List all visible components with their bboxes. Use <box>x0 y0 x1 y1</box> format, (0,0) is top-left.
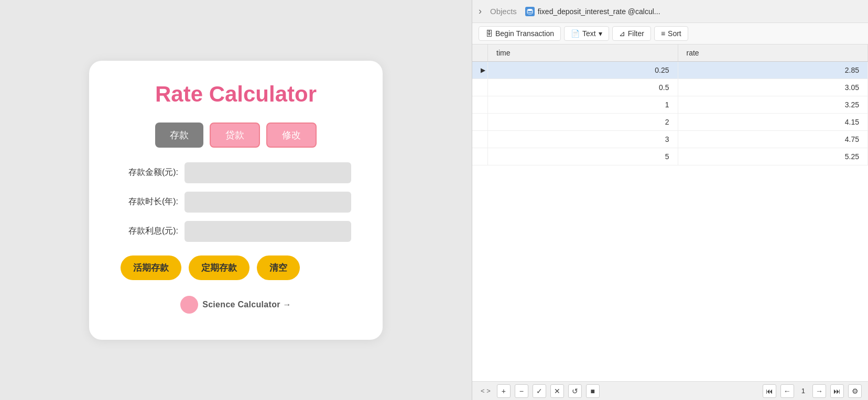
demand-deposit-btn[interactable]: 活期存款 <box>121 255 181 280</box>
next-page-btn[interactable]: → <box>812 384 826 398</box>
table-row[interactable]: 24.15 <box>472 114 868 131</box>
prev-page-btn[interactable]: ← <box>780 384 794 398</box>
row-indicator: ▶ <box>472 62 488 79</box>
begin-transaction-label: Begin Transaction <box>495 29 554 38</box>
clear-btn[interactable]: 清空 <box>257 255 300 280</box>
last-page-btn[interactable]: ⏭ <box>830 384 844 398</box>
filter-label: Filter <box>628 29 644 38</box>
row-indicator <box>472 148 488 165</box>
toolbar-row: 🗄 Begin Transaction 📄 Text ▾ ⊿ Filter ≡ … <box>472 23 868 45</box>
cell-rate[interactable]: 4.15 <box>678 114 868 131</box>
table-row[interactable]: 34.75 <box>472 131 868 148</box>
cell-rate[interactable]: 4.75 <box>678 131 868 148</box>
rate-col-header[interactable]: rate <box>678 45 868 62</box>
duration-label: 存款时长(年): <box>121 196 178 207</box>
cell-time[interactable]: 5 <box>488 148 678 165</box>
db-tab[interactable]: fixed_deposit_interest_rate @calcul... <box>525 7 660 16</box>
objects-tab[interactable]: Objects <box>486 5 521 18</box>
chevron-icon[interactable]: › <box>479 6 482 17</box>
time-col-header[interactable]: time <box>488 45 678 62</box>
row-indicator <box>472 96 488 114</box>
calculator-card: Rate Calculator 存款 贷款 修改 存款金额(元): 存款时长(年… <box>89 61 383 340</box>
amount-row: 存款金额(元): <box>121 162 351 183</box>
interest-row: 存款利息(元): <box>121 221 351 242</box>
cell-time[interactable]: 2 <box>488 114 678 131</box>
cell-time[interactable]: 0.5 <box>488 79 678 96</box>
db-icon <box>525 7 535 16</box>
cell-time[interactable]: 0.25 <box>488 62 678 79</box>
science-link-row: Science Calculator → <box>121 296 351 314</box>
table-header-row: time rate <box>472 45 868 62</box>
sort-btn[interactable]: ≡ Sort <box>654 26 688 41</box>
settings-btn[interactable]: ⚙ <box>848 384 862 398</box>
science-dot <box>180 296 198 314</box>
stop-btn[interactable]: ■ <box>586 384 600 398</box>
tab-loan[interactable]: 贷款 <box>210 123 260 148</box>
tab-row: 存款 贷款 修改 <box>121 123 351 148</box>
bottom-bar: < > + − ✓ ✕ ↺ ■ ⏮ ← 1 → ⏭ ⚙ <box>472 381 868 400</box>
row-indicator <box>472 114 488 131</box>
cell-rate[interactable]: 5.25 <box>678 148 868 165</box>
text-label: Text <box>582 29 596 38</box>
duration-input[interactable] <box>185 192 351 213</box>
table-row[interactable]: 13.25 <box>472 96 868 114</box>
action-row: 活期存款 定期存款 清空 <box>121 255 351 280</box>
right-panel: › Objects fixed_deposit_interest_rate @c… <box>472 0 868 400</box>
science-calculator-link[interactable]: Science Calculator → <box>202 300 291 309</box>
cell-rate[interactable]: 2.85 <box>678 62 868 79</box>
text-toolbar-icon: 📄 <box>571 29 580 38</box>
refresh-btn[interactable]: ↺ <box>568 384 582 398</box>
row-indicator <box>472 131 488 148</box>
cell-rate[interactable]: 3.25 <box>678 96 868 114</box>
sort-icon: ≡ <box>661 29 665 38</box>
table-row[interactable]: 55.25 <box>472 148 868 165</box>
page-number: 1 <box>798 387 808 395</box>
cell-rate[interactable]: 3.05 <box>678 79 868 96</box>
filter-btn[interactable]: ⊿ Filter <box>612 26 651 41</box>
amount-label: 存款金额(元): <box>121 167 178 178</box>
left-panel: Rate Calculator 存款 贷款 修改 存款金额(元): 存款时长(年… <box>0 0 472 400</box>
cell-time[interactable]: 1 <box>488 96 678 114</box>
interest-label: 存款利息(元): <box>121 226 178 237</box>
table-row[interactable]: 0.53.05 <box>472 79 868 96</box>
data-table-container: time rate ▶0.252.850.53.0513.2524.1534.7… <box>472 45 868 381</box>
interest-input[interactable] <box>185 221 351 242</box>
table-row[interactable]: ▶0.252.85 <box>472 62 868 79</box>
cell-time[interactable]: 3 <box>488 131 678 148</box>
tab-deposit[interactable]: 存款 <box>155 123 203 148</box>
data-table: time rate ▶0.252.850.53.0513.2524.1534.7… <box>472 45 868 165</box>
fixed-deposit-btn[interactable]: 定期存款 <box>189 255 249 280</box>
db-toolbar-icon: 🗄 <box>485 29 493 38</box>
tab-modify[interactable]: 修改 <box>266 123 317 148</box>
confirm-btn[interactable]: ✓ <box>533 384 546 398</box>
duration-row: 存款时长(年): <box>121 192 351 213</box>
row-indicator <box>472 79 488 96</box>
filter-icon: ⊿ <box>619 29 625 38</box>
db-tab-label: fixed_deposit_interest_rate @calcul... <box>538 7 660 16</box>
cancel-btn[interactable]: ✕ <box>550 384 564 398</box>
calculator-title: Rate Calculator <box>121 82 351 107</box>
indicator-col-header <box>472 45 488 62</box>
right-header: › Objects fixed_deposit_interest_rate @c… <box>472 0 868 23</box>
remove-row-btn[interactable]: − <box>515 384 528 398</box>
amount-input[interactable] <box>185 162 351 183</box>
angle-brackets-left[interactable]: < > <box>479 387 493 395</box>
first-page-btn[interactable]: ⏮ <box>763 384 776 398</box>
sort-label: Sort <box>668 29 681 38</box>
add-row-btn[interactable]: + <box>497 384 511 398</box>
svg-point-0 <box>527 9 533 11</box>
text-btn[interactable]: 📄 Text ▾ <box>564 26 609 41</box>
text-dropdown-icon: ▾ <box>599 29 602 38</box>
begin-transaction-btn[interactable]: 🗄 Begin Transaction <box>479 26 561 41</box>
